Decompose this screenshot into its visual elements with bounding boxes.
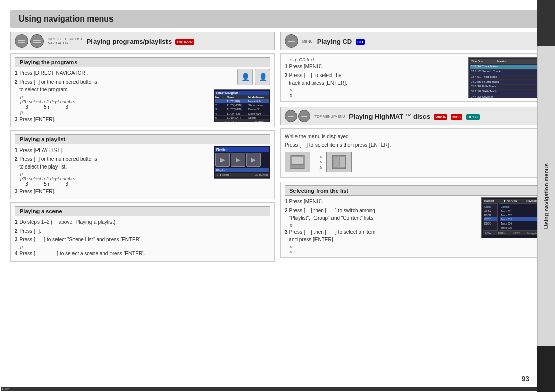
sidebar-label: Using navigation menus bbox=[543, 163, 549, 229]
cd-content-flex: e.g. CD text 1Press [MENU]. 2Press [ ] t… bbox=[285, 57, 540, 98]
play-list-icon[interactable] bbox=[30, 34, 44, 48]
screen-row-5: 5 11/10(SAT) Sports bbox=[215, 116, 269, 120]
sel-note-p3: p bbox=[285, 249, 477, 254]
person-icon-1: 👤 bbox=[237, 69, 253, 85]
page-wrapper: Using navigation menus DIRECT bbox=[0, 0, 555, 392]
note-p2: p bbox=[15, 110, 207, 115]
cd-screen: Title Disc Next> 01 2:34 Track Name 02 3… bbox=[468, 57, 540, 98]
wma-badge: WMA bbox=[434, 114, 447, 120]
selecting-text: 1Press [MENU]. 2Press [ ] then [ ] to sw… bbox=[285, 197, 477, 254]
cd-step-1: 1Press [MENU]. bbox=[285, 62, 464, 71]
programs-screen: Direct Navigator No. Name Mode/Name 1 11… bbox=[214, 89, 270, 122]
direct-navigator-icon[interactable] bbox=[15, 34, 28, 48]
sel-screen-body: Group AAAA BBBB CCCC DDDD Content Track … bbox=[483, 203, 539, 231]
two-column-layout: DIRECT PLAY LISTNAVIGATOR Playing progra… bbox=[10, 32, 545, 382]
highmat-title-2: discs bbox=[411, 113, 430, 120]
screen-row-1: 1 11/02(FRI) Movie title bbox=[215, 99, 269, 103]
svg-rect-5 bbox=[340, 157, 345, 167]
programs-playlists-title: Playing programs/playlists bbox=[87, 38, 172, 45]
svg-rect-1 bbox=[292, 157, 303, 164]
playlist-thumb-col: Playlist ▶ ▶ ▶ Playlist 1 ◄◄ selectENTER… bbox=[211, 146, 270, 179]
pl-digit: 3 5↑ 3 bbox=[15, 181, 207, 187]
sidebar-black-top bbox=[537, 0, 555, 46]
sel-right-panel: Content Track 001 Track 002 Track 003 Tr… bbox=[499, 203, 539, 231]
pl-step-2: 2Press [ ] or the numbered buttons to se… bbox=[15, 155, 207, 171]
scene-note-p: p bbox=[15, 244, 270, 249]
pl-note-p: p bbox=[15, 171, 207, 176]
step-2-programs: 2Press [ ] or the numbered buttons to se… bbox=[15, 78, 207, 94]
right-sidebar: Using navigation menus bbox=[537, 0, 555, 392]
scene-step-1: 1Do steps 1–2 ( above, Playing a playlis… bbox=[15, 218, 270, 227]
sel-note-p2: p bbox=[285, 244, 477, 249]
screen-bottom-bar: ◄◄ select and playENTER set bbox=[215, 120, 269, 122]
jpeg-badge: JPEG bbox=[466, 114, 480, 120]
svg-rect-4 bbox=[334, 157, 339, 167]
sidebar-black-bottom bbox=[537, 346, 555, 392]
sidebar-label-area: Using navigation menus bbox=[537, 46, 555, 346]
cd-note-p2: p bbox=[285, 92, 464, 98]
screen-row-2: 2 11/05(MON) Show name bbox=[215, 103, 269, 107]
sel-screen-footer: LIVE■PREVNEXTNavigate bbox=[483, 231, 539, 235]
cd-note-p1: p bbox=[285, 87, 464, 92]
playing-programs-block: 1Press [DIRECT NAVIGATOR]. 2Press [ ] or… bbox=[15, 69, 270, 124]
cd-track-1: 01 2:34 Track Name bbox=[470, 65, 538, 70]
playing-programs-title: Playing the programs bbox=[15, 57, 270, 67]
left-column: DIRECT PLAY LISTNAVIGATOR Playing progra… bbox=[10, 32, 275, 382]
sel-note-p: p bbox=[285, 222, 477, 228]
person-figures: 👤 👤 bbox=[237, 69, 270, 85]
pl-note-2digit: pTo select a 2-digit number bbox=[15, 176, 207, 181]
selecting-flex: 1Press [MENU]. 2Press [ ] then [ ] to sw… bbox=[285, 197, 540, 254]
highmat-while-menu: While the menu is displayed bbox=[285, 132, 540, 141]
playlist-screen-bottom: ◄◄ selectENTER set bbox=[215, 173, 269, 177]
figure-box-2 bbox=[326, 152, 352, 172]
cd-track-2: 02 3:12 Second Track bbox=[470, 70, 538, 75]
cd-step-2: 2Press [ ] to select the track and press… bbox=[285, 71, 464, 87]
top-menu-icon[interactable] bbox=[285, 110, 297, 122]
digit-3: 3 5↑ 3 bbox=[15, 104, 207, 110]
highmat-header: TOP MENU/MENU Playing HighMAT TM discs W… bbox=[280, 107, 545, 125]
cd-track-3: 03 4:01 Third Track bbox=[470, 74, 538, 80]
highmat-figures-row: p p p bbox=[285, 152, 540, 172]
step-3-programs: 3Press [ENTER]. bbox=[15, 115, 207, 124]
pl-step-1: 1Press [PLAY LIST]. bbox=[15, 146, 207, 155]
sel-screen-header: Tracklist▶ No AreaNavigate bbox=[483, 199, 539, 203]
cd-badge: CD bbox=[356, 39, 365, 45]
mp3-badge: MP3 bbox=[451, 114, 462, 120]
figure-square-1 bbox=[285, 152, 310, 172]
sel-step-2: 2Press [ ] then [ ] to switch among "Pla… bbox=[285, 206, 477, 222]
playing-programs-section: Playing the programs 1Press [DIRECT NAVI… bbox=[10, 53, 275, 127]
scene-step-4: 4Press [ ] to select a scene and press [… bbox=[15, 249, 270, 258]
screen-row-4: 4 11/09(FRI) Movie two bbox=[215, 111, 269, 116]
figure-svg-1 bbox=[290, 154, 305, 170]
programs-thumb-col: 👤 👤 Direct Navigator No. Name Mode/Name bbox=[211, 69, 270, 122]
playlist-screen: Playlist ▶ ▶ ▶ Playlist 1 ◄◄ selectENTER… bbox=[214, 146, 270, 179]
figure-svg-2 bbox=[331, 154, 347, 170]
playing-playlist-block: 1Press [PLAY LIST]. 2Press [ ] or the nu… bbox=[15, 146, 270, 196]
playing-scene-title: Playing a scene bbox=[15, 206, 270, 216]
menu-icon[interactable] bbox=[285, 34, 298, 48]
cd-track-4: 04 2:55 Fourth Track bbox=[470, 80, 538, 85]
sel-step-3: 3Press [ ] then [ ] to select an item an… bbox=[285, 228, 477, 244]
figure-box-1 bbox=[285, 152, 310, 172]
selecting-screen-area: Tracklist▶ No AreaNavigate Group AAAA BB… bbox=[481, 197, 540, 254]
sel-step-1: 1Press [MENU]. bbox=[285, 197, 477, 206]
person-icon-2: 👤 bbox=[255, 69, 270, 85]
dvd-vr-badge: DVD-VR bbox=[175, 39, 194, 45]
cd-screen-title: Title Disc Next> bbox=[470, 59, 538, 64]
sel-left-panel: Group AAAA BBBB CCCC DDDD bbox=[483, 203, 498, 231]
selecting-from-list-section: Selecting from the list 1Press [MENU]. 2… bbox=[280, 182, 545, 258]
menu-icon-2[interactable] bbox=[298, 110, 310, 122]
note-p1: p bbox=[15, 94, 207, 99]
playing-cd-content: e.g. CD text 1Press [MENU]. 2Press [ ] t… bbox=[280, 53, 545, 102]
scene-step-2: 2Press [ ]. bbox=[15, 227, 270, 235]
cd-track-6: 06 2:10 Sixth Track bbox=[470, 90, 538, 95]
programs-playlists-header: DIRECT PLAY LISTNAVIGATOR Playing progra… bbox=[10, 32, 275, 50]
playing-playlist-section: Playing a playlist 1Press [PLAY LIST]. 2… bbox=[10, 130, 275, 199]
playing-scene-section: Playing a scene 1Do steps 1–2 ( above, P… bbox=[10, 202, 275, 262]
screen-row-3: 3 11/07(WED) Drama X bbox=[215, 107, 269, 111]
figure-square-2 bbox=[326, 152, 352, 172]
playing-playlist-title: Playing a playlist bbox=[15, 134, 270, 144]
cd-note-eg: e.g. CD text bbox=[285, 57, 464, 62]
right-column: MENU Playing CD CD e.g. CD text 1Press [… bbox=[280, 32, 545, 382]
page-number: 93 bbox=[521, 375, 529, 383]
